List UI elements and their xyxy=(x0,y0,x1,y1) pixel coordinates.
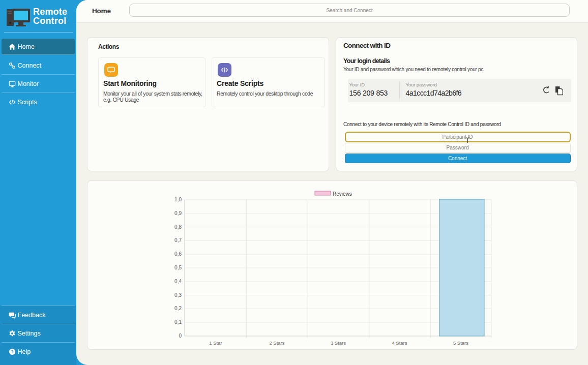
svg-text:1,0: 1,0 xyxy=(174,197,182,202)
svg-text:0,3: 0,3 xyxy=(174,292,182,298)
svg-text:0,4: 0,4 xyxy=(174,279,182,284)
svg-text:4 Stars: 4 Stars xyxy=(392,340,407,346)
svg-text:?: ? xyxy=(11,349,13,354)
svg-text:0,1: 0,1 xyxy=(174,319,182,325)
svg-text:5 Stars: 5 Stars xyxy=(453,340,468,346)
svg-text:Reviews: Reviews xyxy=(333,191,352,197)
svg-text:0,8: 0,8 xyxy=(174,224,182,230)
svg-text:0: 0 xyxy=(179,333,182,339)
svg-text:2 Stars: 2 Stars xyxy=(269,340,284,346)
svg-text:0,5: 0,5 xyxy=(174,265,182,270)
svg-text:0,6: 0,6 xyxy=(174,251,182,257)
svg-text:1 Star: 1 Star xyxy=(209,340,222,346)
svg-text:3 Stars: 3 Stars xyxy=(331,340,346,346)
svg-text:0,7: 0,7 xyxy=(174,237,182,243)
svg-text:0,2: 0,2 xyxy=(174,306,182,311)
svg-text:0,9: 0,9 xyxy=(174,210,182,216)
